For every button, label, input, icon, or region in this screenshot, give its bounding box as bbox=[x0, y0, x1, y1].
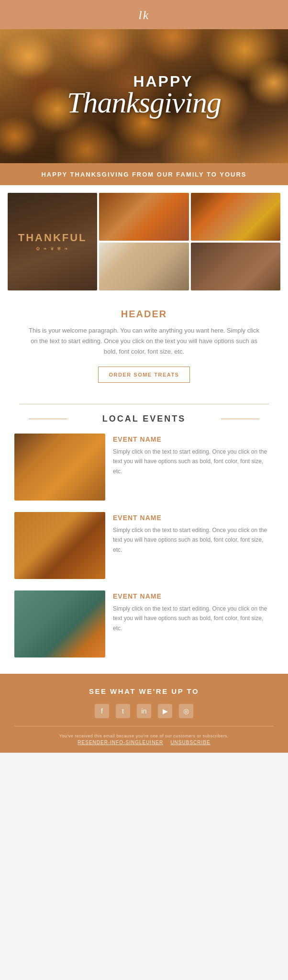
facebook-icon[interactable]: f bbox=[95, 704, 109, 718]
footer-section: SEE WHAT WE'RE UP TO f t in ▶ ◎ You've r… bbox=[0, 674, 288, 753]
event-image-2 bbox=[14, 512, 105, 579]
event-img-inner-1 bbox=[14, 434, 105, 501]
event-row-3: EVENT NAME Simply click on the text to s… bbox=[14, 590, 274, 657]
youtube-icon[interactable]: ▶ bbox=[158, 704, 172, 718]
content-paragraph: This is your welcome paragraph. You can … bbox=[29, 325, 259, 357]
hero-section: HAPPY Thanksgiving bbox=[0, 29, 288, 163]
instagram-icon[interactable]: ◎ bbox=[179, 704, 193, 718]
linkedin-icon[interactable]: in bbox=[137, 704, 151, 718]
divider-section bbox=[0, 392, 288, 404]
event-desc-1: Simply click on the text to start editin… bbox=[113, 447, 274, 476]
thankful-image: THANKFUL ✿ ❧ ❦ ✾ ❧ bbox=[8, 193, 97, 290]
email-wrapper: lk HAPPY Thanksgiving HAPPY THANKSGIVING… bbox=[0, 0, 288, 753]
photo-thankful: THANKFUL ✿ ❧ ❦ ✾ ❧ bbox=[8, 193, 97, 290]
photo-leaves bbox=[191, 193, 280, 241]
event-name-1: EVENT NAME bbox=[113, 435, 274, 443]
event-desc-2: Simply click on the text to start editin… bbox=[113, 525, 274, 555]
logo-section: lk bbox=[0, 0, 288, 29]
banner-text: HAPPY THANKSGIVING FROM OUR FAMILY TO YO… bbox=[41, 171, 246, 178]
event-img-inner-3 bbox=[14, 590, 105, 657]
event-content-2: EVENT NAME Simply click on the text to s… bbox=[113, 512, 274, 555]
event-content-3: EVENT NAME Simply click on the text to s… bbox=[113, 590, 274, 633]
order-treats-button[interactable]: ORDER SOME TREATS bbox=[98, 367, 190, 383]
banner-section: HAPPY THANKSGIVING FROM OUR FAMILY TO YO… bbox=[0, 163, 288, 185]
event-row-2: EVENT NAME Simply click on the text to s… bbox=[14, 512, 274, 579]
events-header: LOCAL EVENTS bbox=[14, 414, 274, 424]
thankful-word: THANKFUL bbox=[18, 232, 87, 244]
pie-image bbox=[99, 243, 188, 290]
photo-table bbox=[191, 243, 280, 290]
photo-grid: THANKFUL ✿ ❧ ❦ ✾ ❧ bbox=[0, 185, 288, 294]
sender-info: RESENDER-INFO-SINGLEUINER bbox=[78, 740, 163, 745]
photo-pie bbox=[99, 243, 188, 290]
event-row-1: EVENT NAME Simply click on the text to s… bbox=[14, 434, 274, 501]
event-image-3 bbox=[14, 590, 105, 657]
logo: lk bbox=[0, 9, 288, 22]
hero-thanksgiving-text: Thanksgiving bbox=[0, 86, 288, 120]
leaves-image bbox=[191, 193, 280, 241]
twitter-icon[interactable]: t bbox=[116, 704, 130, 718]
event-name-3: EVENT NAME bbox=[113, 592, 274, 600]
thankful-text-block: THANKFUL ✿ ❧ ❦ ✾ ❧ bbox=[18, 232, 87, 251]
unsubscribe-link[interactable]: Unsubscribe bbox=[170, 740, 210, 745]
footer-links: RESENDER-INFO-SINGLEUINER Unsubscribe bbox=[14, 740, 274, 745]
event-image-1 bbox=[14, 434, 105, 501]
event-name-2: EVENT NAME bbox=[113, 514, 274, 522]
photo-turkey bbox=[99, 193, 188, 241]
events-section: LOCAL EVENTS EVENT NAME Simply click on … bbox=[0, 404, 288, 674]
footer-title: SEE WHAT WE'RE UP TO bbox=[14, 687, 274, 695]
content-header: HEADER bbox=[29, 309, 259, 320]
table-image bbox=[191, 243, 280, 290]
social-icons-row: f t in ▶ ◎ bbox=[14, 704, 274, 718]
footer-divider bbox=[14, 726, 274, 726]
hero-text-overlay: HAPPY Thanksgiving bbox=[0, 73, 288, 120]
event-desc-3: Simply click on the text to start editin… bbox=[113, 604, 274, 633]
footer-disclaimer: You've received this email because you'r… bbox=[14, 732, 274, 740]
turkey-image bbox=[99, 193, 188, 241]
thankful-icons: ✿ ❧ ❦ ✾ ❧ bbox=[18, 246, 87, 251]
content-section: HEADER This is your welcome paragraph. Y… bbox=[0, 294, 288, 392]
event-content-1: EVENT NAME Simply click on the text to s… bbox=[113, 434, 274, 476]
event-img-inner-2 bbox=[14, 512, 105, 579]
